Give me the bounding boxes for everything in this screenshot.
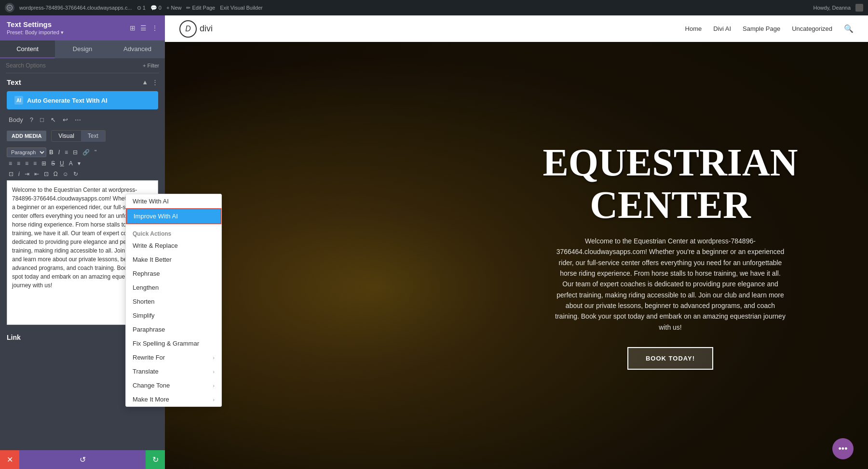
admin-bar-new-button[interactable]: + New xyxy=(166,5,182,11)
blockquote-button[interactable]: " xyxy=(93,148,98,157)
underline-button[interactable]: U xyxy=(58,159,66,168)
arrow-down-icon[interactable]: ▾ xyxy=(76,159,82,168)
ai-button-label: Auto Generate Text With AI xyxy=(27,97,108,104)
rewrite-for-arrow-icon: › xyxy=(213,355,215,361)
admin-bar-exit-button[interactable]: Exit Visual Builder xyxy=(220,5,262,11)
menu-item-rephrase[interactable]: Rephrase xyxy=(126,267,221,281)
tab-advanced[interactable]: Advanced xyxy=(110,40,165,58)
redo-icon[interactable]: ↻ xyxy=(71,170,80,178)
admin-bar-howdy: Howdy, Deanna xyxy=(814,5,851,11)
section-collapse-icon[interactable]: ▲ xyxy=(142,79,148,86)
format-toolbar-1: Paragraph B I ≡ ⊟ 🔗 " xyxy=(7,147,158,157)
panel-columns-icon[interactable]: ☰ xyxy=(140,24,147,32)
paragraph-select[interactable]: Paragraph xyxy=(7,147,46,157)
italic-button[interactable]: I xyxy=(56,148,62,157)
search-options-input[interactable] xyxy=(6,62,139,69)
menu-divider xyxy=(126,226,221,226)
section-header: Text ▲ ⋮ xyxy=(7,78,158,86)
section-more-icon[interactable]: ⋮ xyxy=(152,79,158,86)
font-color-button[interactable]: A xyxy=(67,159,75,168)
menu-item-paraphrase[interactable]: Paraphrase xyxy=(126,322,221,336)
section-title: Text xyxy=(7,78,21,86)
ol-button[interactable]: ⊟ xyxy=(71,148,80,157)
fullscreen-button[interactable]: ⊡ xyxy=(42,170,51,178)
menu-item-write-replace[interactable]: Write & Replace xyxy=(126,239,221,253)
help-icon[interactable]: ? xyxy=(28,115,35,124)
omega-button[interactable]: Ω xyxy=(52,170,60,178)
table-button[interactable]: ⊞ xyxy=(40,159,48,168)
admin-bar-site: wordpress-784896-3766464.cloudwaysapps.c… xyxy=(19,5,132,11)
panel-more-icon[interactable]: ⋮ xyxy=(151,24,158,32)
menu-item-shorten[interactable]: Shorten xyxy=(126,295,221,308)
special1-button[interactable]: ⊡ xyxy=(7,170,15,178)
menu-item-translate[interactable]: Translate › xyxy=(126,364,221,378)
menu-item-rewrite-for[interactable]: Rewrite For › xyxy=(126,350,221,364)
menu-item-write-with-ai[interactable]: Write With AI xyxy=(126,194,221,208)
save-button[interactable]: ↻ xyxy=(146,450,165,469)
nav-link-divi-ai[interactable]: Divi AI xyxy=(713,25,731,32)
outdent-button[interactable]: ⇤ xyxy=(32,170,41,178)
section-header-icons: ▲ ⋮ xyxy=(142,79,158,86)
menu-item-improve-with-ai[interactable]: Improve With AI xyxy=(126,208,221,224)
menu-item-fix-spelling[interactable]: Fix Spelling & Grammar xyxy=(126,336,221,350)
cursor-icon[interactable]: ↖ xyxy=(49,115,58,124)
filter-button[interactable]: + Filter xyxy=(143,63,159,68)
add-media-button[interactable]: ADD MEDIA xyxy=(7,131,46,141)
admin-bar-avatar xyxy=(855,4,863,12)
strikethrough-button[interactable]: S xyxy=(49,159,57,168)
italic2-button[interactable]: i xyxy=(16,170,22,178)
emoji-button[interactable]: ☺ xyxy=(61,170,70,178)
editor-tab-text[interactable]: Text xyxy=(81,131,105,141)
site-preview: D divi Home Divi AI Sample Page Uncatego… xyxy=(165,15,868,469)
cancel-button[interactable]: ✕ xyxy=(0,450,19,469)
site-search-icon[interactable]: 🔍 xyxy=(844,24,854,33)
align-justify-button[interactable]: ≡ xyxy=(31,159,39,168)
hero-title: EQUESTRIAN CENTER xyxy=(542,141,798,226)
panel-expand-icon[interactable]: ⊞ xyxy=(130,24,136,32)
panel-header-left: Text Settings Preset: Body imported ▾ xyxy=(7,20,64,36)
undo-icon[interactable]: ↩ xyxy=(61,115,70,124)
left-panel: Text Settings Preset: Body imported ▾ ⊞ … xyxy=(0,15,165,469)
align-left-button[interactable]: ≡ xyxy=(7,159,14,168)
hero-content: EQUESTRIAN CENTER Welcome to the Equestr… xyxy=(502,42,839,469)
menu-item-change-tone[interactable]: Change Tone › xyxy=(126,378,221,392)
divi-logo-letter: D xyxy=(185,25,191,33)
menu-item-make-it-better[interactable]: Make It Better xyxy=(126,253,221,267)
align-right-button[interactable]: ≡ xyxy=(23,159,30,168)
ai-generate-button[interactable]: AI Auto Generate Text With AI xyxy=(7,91,158,109)
dots-icon[interactable]: ⋯ xyxy=(73,115,83,124)
floating-action-button[interactable]: ••• xyxy=(832,438,854,459)
book-today-button[interactable]: BOOK TODAY! xyxy=(627,347,713,370)
panel-header: Text Settings Preset: Body imported ▾ ⊞ … xyxy=(0,15,165,40)
indent-button[interactable]: ⇥ xyxy=(23,170,31,178)
ai-icon: AI xyxy=(14,96,23,105)
menu-item-lengthen[interactable]: Lengthen xyxy=(126,281,221,295)
tab-content[interactable]: Content xyxy=(0,40,55,58)
ul-button[interactable]: ≡ xyxy=(63,148,70,157)
hero-title-line2: CENTER xyxy=(542,184,798,226)
menu-item-make-it-more[interactable]: Make It More › xyxy=(126,392,221,406)
svg-text:W: W xyxy=(8,6,11,9)
panel-tabs: Content Design Advanced xyxy=(0,40,165,58)
change-tone-arrow-icon: › xyxy=(213,383,215,389)
nav-link-uncategorized[interactable]: Uncategorized xyxy=(792,25,832,32)
nav-link-home[interactable]: Home xyxy=(685,25,702,32)
menu-section-quick-actions: Quick Actions xyxy=(126,228,221,239)
reset-button[interactable]: ↺ xyxy=(19,450,146,469)
tab-design[interactable]: Design xyxy=(55,40,110,58)
cancel-icon: ✕ xyxy=(7,455,13,464)
menu-item-simplify[interactable]: Simplify xyxy=(126,308,221,322)
editor-tab-visual[interactable]: Visual xyxy=(52,131,81,141)
body-toolbar: Body ? □ ↖ ↩ ⋯ xyxy=(7,115,158,124)
hero-title-line1: EQUESTRIAN xyxy=(542,141,798,184)
bold-button[interactable]: B xyxy=(47,148,55,157)
square-icon[interactable]: □ xyxy=(38,115,46,124)
align-center-button[interactable]: ≡ xyxy=(15,159,22,168)
wp-logo-icon[interactable]: W xyxy=(5,3,14,13)
admin-bar-comment-icon: 💬 0 xyxy=(150,5,162,11)
panel-bottom-buttons: ✕ ↺ ↻ xyxy=(0,450,165,469)
admin-bar-edit-button[interactable]: ✏ Edit Page xyxy=(186,5,215,11)
preset-label[interactable]: Preset: Body imported ▾ xyxy=(7,29,64,36)
nav-link-sample-page[interactable]: Sample Page xyxy=(743,25,780,32)
link-button[interactable]: 🔗 xyxy=(81,148,92,157)
